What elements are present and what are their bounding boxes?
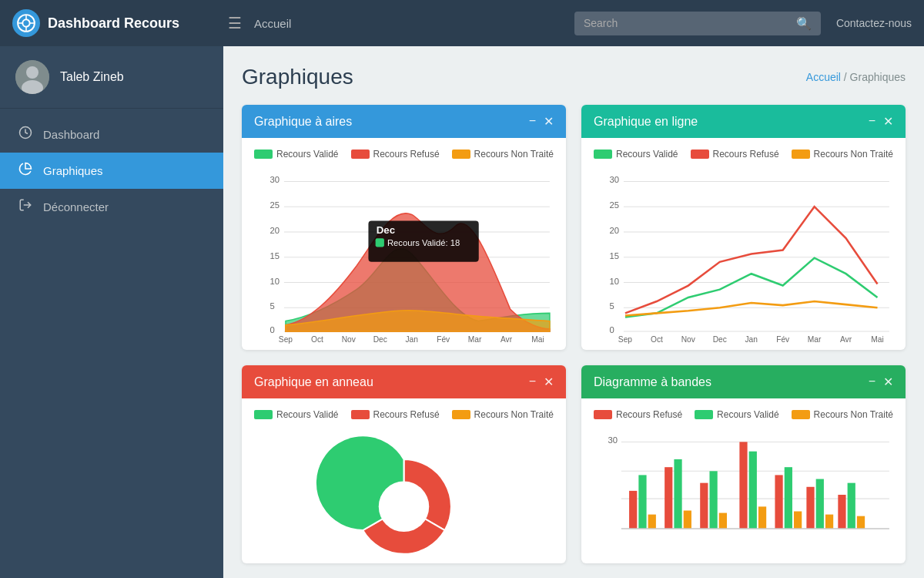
legend-label: Recours Validé — [616, 149, 678, 160]
chart-ligne-title: Graphique en ligne — [594, 115, 698, 129]
content-area: Graphiques Accueil / Graphiques Graphiqu… — [223, 46, 924, 578]
sidebar-label-dashboard: Dashboard — [43, 128, 99, 141]
chart-bandes: Diagramme à bandes − ✕ Recours Refusé — [581, 365, 906, 563]
search-input[interactable] — [584, 17, 796, 29]
chart-ligne-body: Recours Validé Recours Refusé Recours No… — [581, 138, 906, 350]
svg-text:0: 0 — [270, 325, 274, 334]
svg-text:Dec: Dec — [713, 335, 727, 344]
legend-color-orange — [452, 410, 470, 419]
minimize-button-aires[interactable]: − — [529, 114, 536, 129]
svg-rect-80 — [775, 476, 782, 529]
navbar-accueil-link[interactable]: Accueil — [254, 17, 291, 30]
svg-rect-77 — [739, 442, 747, 529]
legend-label: Recours Non Traité — [814, 149, 893, 160]
legend-item: Recours Validé — [254, 409, 338, 420]
legend-color-orange — [452, 150, 470, 159]
svg-text:Dec: Dec — [377, 224, 395, 236]
chart-anneau-legend: Recours Validé Recours Refusé Recours No… — [254, 409, 554, 420]
legend-item: Recours Validé — [594, 149, 678, 160]
contact-link[interactable]: Contactez-nous — [836, 17, 912, 29]
legend-color-orange — [792, 410, 810, 419]
legend-label: Recours Non Traité — [474, 149, 554, 160]
breadcrumb-home[interactable]: Accueil — [806, 71, 841, 83]
legend-item: Recours Non Traité — [792, 409, 893, 420]
legend-item: Recours Non Traité — [792, 149, 893, 160]
chart-anneau-svg-wrapper — [254, 428, 554, 557]
chart-aires-legend: Recours Validé Recours Refusé Recours No… — [254, 149, 554, 160]
svg-rect-70 — [648, 515, 656, 529]
svg-text:30: 30 — [608, 436, 618, 445]
svg-rect-84 — [816, 479, 824, 529]
sidebar-label-deconnecter: Déconnecter — [43, 200, 109, 213]
svg-text:30: 30 — [270, 175, 280, 184]
sidebar-item-deconnecter[interactable]: Déconnecter — [0, 189, 223, 225]
svg-text:Mar: Mar — [468, 335, 482, 344]
chart-aires-header: Graphique à aires − ✕ — [242, 105, 566, 138]
svg-text:Dec: Dec — [373, 335, 387, 344]
sidebar-label-graphiques: Graphiques — [43, 164, 103, 177]
close-button-anneau[interactable]: ✕ — [544, 375, 554, 389]
svg-rect-81 — [785, 467, 792, 529]
svg-text:25: 25 — [609, 200, 619, 210]
svg-rect-82 — [794, 512, 802, 529]
svg-rect-72 — [674, 459, 681, 529]
svg-text:Mai: Mai — [871, 335, 883, 344]
chart-ligne-svg-wrapper: 30 25 20 15 10 5 0 — [594, 167, 893, 344]
svg-rect-71 — [665, 467, 672, 529]
svg-point-62 — [379, 482, 430, 533]
legend-item: Recours Refusé — [594, 409, 682, 420]
sidebar-nav: Dashboard Graphiques — [0, 109, 223, 233]
menu-icon[interactable]: ☰ — [228, 14, 242, 32]
chart-aires-svg: 30 25 20 15 10 5 0 — [254, 167, 554, 341]
svg-text:Sep: Sep — [618, 335, 632, 344]
legend-item: Recours Non Traité — [452, 409, 554, 420]
chart-aires: Graphique à aires − ✕ Recours Validé — [242, 105, 566, 350]
chart-aires-body: Recours Validé Recours Refusé Recours No… — [242, 138, 566, 350]
dashboard-icon — [18, 126, 32, 143]
svg-rect-87 — [848, 483, 855, 529]
legend-label: Recours Refusé — [713, 149, 779, 160]
content-header: Graphiques Accueil / Graphiques — [242, 65, 906, 89]
svg-rect-86 — [838, 495, 845, 529]
svg-rect-88 — [857, 516, 865, 529]
svg-text:Fév: Fév — [776, 335, 790, 344]
chart-anneau-title: Graphique en anneau — [254, 375, 373, 389]
chart-anneau-actions: − ✕ — [529, 375, 554, 389]
main-layout: Taleb Zineb Dashboard — [0, 46, 924, 578]
minimize-button-ligne[interactable]: − — [869, 114, 875, 129]
minimize-button-anneau[interactable]: − — [529, 375, 536, 389]
sidebar-user: Taleb Zineb — [0, 46, 223, 109]
sidebar-item-dashboard[interactable]: Dashboard — [0, 116, 223, 153]
chart-bandes-svg-wrapper: 30 — [594, 428, 893, 557]
svg-text:30: 30 — [609, 175, 619, 184]
legend-item: Recours Refusé — [351, 409, 440, 420]
chart-ligne-legend: Recours Validé Recours Refusé Recours No… — [594, 149, 893, 160]
chart-anneau-header: Graphique en anneau − ✕ — [242, 365, 566, 398]
close-button-aires[interactable]: ✕ — [544, 114, 554, 129]
close-button-ligne[interactable]: ✕ — [883, 114, 893, 129]
svg-text:5: 5 — [270, 301, 274, 311]
chart-bandes-svg: 30 — [594, 428, 893, 554]
svg-text:25: 25 — [270, 200, 280, 210]
svg-text:Recours Validé: 18: Recours Validé: 18 — [387, 238, 460, 247]
legend-item: Recours Refusé — [691, 149, 779, 160]
close-button-bandes[interactable]: ✕ — [883, 375, 893, 389]
legend-label: Recours Validé — [276, 409, 338, 420]
chart-anneau: Graphique en anneau − ✕ Recours Validé — [242, 365, 566, 563]
svg-text:Oct: Oct — [651, 335, 663, 344]
logout-icon — [18, 198, 32, 216]
breadcrumb-sep: / — [844, 71, 850, 83]
sidebar-item-graphiques[interactable]: Graphiques — [0, 153, 223, 189]
legend-color-red — [691, 150, 709, 159]
svg-text:Mai: Mai — [531, 335, 544, 344]
brand: Dashboard Recours — [12, 9, 228, 37]
legend-label: Recours Refusé — [373, 409, 440, 420]
legend-item: Recours Validé — [254, 149, 338, 160]
minimize-button-bandes[interactable]: − — [869, 375, 875, 389]
legend-label: Recours Validé — [717, 409, 778, 420]
svg-rect-75 — [709, 472, 717, 529]
graphiques-icon — [18, 162, 32, 180]
svg-text:5: 5 — [609, 301, 614, 311]
chart-aires-actions: − ✕ — [529, 114, 554, 129]
svg-text:20: 20 — [609, 226, 619, 235]
